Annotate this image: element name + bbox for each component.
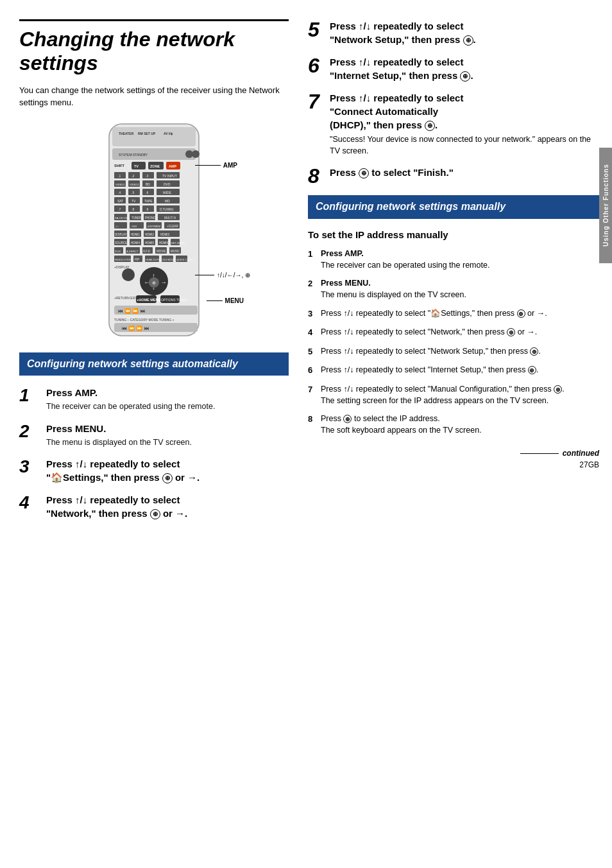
manual-step-content-2: Press MENU. The menu is displayed on the… [321, 277, 599, 300]
step-content-4: Press ↑/↓ repeatedly to select "Network,… [46, 493, 289, 520]
remote-svg: THEATER RM SET UP AV I/ψ SYSTEM STANDBY … [90, 121, 218, 339]
svg-text:AMP: AMP [169, 164, 177, 168]
svg-text:HDMI3: HDMI3 [160, 233, 169, 236]
step-desc-2: The menu is displayed on the TV screen. [46, 437, 289, 448]
svg-text:GUI MODE: GUI MODE [162, 258, 176, 261]
side-label: Using Other Functions [599, 148, 612, 263]
svg-text:NET-WORK: NET-WORK [171, 241, 185, 245]
svg-text:.7: .7 [118, 207, 121, 211]
manual-step-content-1: Press AMP. The receiver can be operated … [321, 248, 599, 271]
svg-text:+HOME MENU⊕: +HOME MENU⊕ [137, 298, 164, 302]
manual-section-header: Configuring network settings manually [308, 195, 599, 219]
page-title: Changing the network settings [19, 19, 289, 75]
manual-step-7: 7 Press ↑/↓ repeatedly to select "Manual… [308, 383, 599, 406]
svg-text:2CH/: 2CH/ [115, 250, 121, 253]
right-step-content-5: Press ↑/↓ repeatedly to select "Network … [330, 19, 599, 46]
manual-step-desc-7: The setting screen for the IP address ap… [321, 396, 548, 405]
svg-text:TUNER: TUNER [132, 216, 142, 220]
svg-text:.8: .8 [132, 207, 134, 211]
svg-text:-.0/10: -.0/10 [130, 225, 137, 228]
svg-text:.9: .9 [146, 207, 148, 211]
step-title-1: Press AMP. [46, 386, 289, 399]
svg-text:TV: TV [134, 164, 139, 168]
right-step-title-5: Press ↑/↓ repeatedly to select "Network … [330, 19, 599, 46]
svg-text:QUICK CLICK: QUICK CLICK [176, 258, 193, 261]
svg-text:MOVIE: MOVIE [157, 250, 166, 253]
svg-point-8 [192, 150, 200, 158]
right-step-title-8: Press ⊕ to select "Finish." [330, 166, 599, 179]
svg-text:.1: .1 [118, 174, 121, 178]
right-step-title-6: Press ↑/↓ repeatedly to select "Internet… [330, 55, 599, 82]
svg-text:A.F.D: A.F.D [143, 250, 151, 253]
manual-step-content-8: Press ⊕ to select the IP address. The so… [321, 413, 599, 436]
menu-label-container: MENU [207, 297, 244, 304]
svg-text:WIDE: WIDE [163, 191, 172, 195]
svg-text:⏮ ⏪ ⏩ ⏭: ⏮ ⏪ ⏩ ⏭ [122, 325, 149, 331]
manual-step-3: 3 Press ↑/↓ repeatedly to select "🏠Setti… [308, 308, 599, 320]
auto-right-step-6: 6 Press ↑/↓ repeatedly to select "Intern… [308, 55, 599, 82]
right-step-desc-7: "Success! Your device is now connected t… [330, 134, 599, 157]
svg-text:.4: .4 [118, 191, 121, 195]
svg-text:⏮ ⏪ ⏩ ⏭: ⏮ ⏪ ⏩ ⏭ [118, 308, 146, 314]
manual-step-6: 6 Press ↑/↓ repeatedly to select "Intern… [308, 364, 599, 377]
manual-step-1: 1 Press AMP. The receiver can be operate… [308, 248, 599, 271]
svg-text:VIDEO1: VIDEO1 [115, 183, 125, 186]
right-step-number-8: 8 [308, 166, 326, 186]
svg-text:BD: BD [146, 182, 150, 186]
manual-step-num-2: 2 [308, 277, 321, 290]
arrows-label: ↑/↓/←/→, ⊕ [217, 272, 250, 279]
manual-step-num-1: 1 [308, 248, 321, 261]
svg-point-111 [122, 268, 135, 281]
svg-text:PHONO: PHONO [145, 216, 156, 220]
manual-step-num-3: 3 [308, 308, 321, 320]
manual-step-desc-1: The receiver can be operated using the r… [321, 261, 489, 270]
continued-text: continued [563, 449, 599, 458]
manual-step-5: 5 Press ↑/↓ repeatedly to select "Networ… [308, 345, 599, 358]
svg-text:.5: .5 [132, 191, 134, 195]
svg-text:TAPE: TAPE [144, 199, 153, 203]
step-number-1: 1 [19, 386, 42, 406]
remote-illustration: THEATER RM SET UP AV I/ψ SYSTEM STANDBY … [90, 121, 218, 341]
auto-step-4: 4 Press ↑/↓ repeatedly to select "Networ… [19, 493, 289, 520]
svg-text:+RETURN EXIT: +RETURN EXIT [114, 296, 137, 300]
svg-text:HDMI4: HDMI4 [131, 241, 140, 245]
right-step-number-5: 5 [308, 19, 326, 40]
svg-text:+ENT/MEM: +ENT/MEM [147, 225, 160, 228]
manual-steps-list: 1 Press AMP. The receiver can be operate… [308, 248, 599, 436]
manual-step-content-4: Press ↑/↓ repeatedly to select "Network,… [321, 326, 599, 338]
svg-text:SHIFT: SHIFT [114, 164, 125, 168]
amp-label-container: AMP [195, 162, 237, 169]
manual-step-num-7: 7 [308, 383, 321, 396]
svg-text:OPTIONS TOOLS: OPTIONS TOOLS [161, 298, 187, 302]
manual-step-desc-8: The soft keyboard appears on the TV scre… [321, 426, 482, 435]
svg-text:SOURCE: SOURCE [115, 241, 127, 245]
svg-text:.6: .6 [146, 191, 148, 195]
right-step-number-7: 7 [308, 91, 326, 112]
manual-step-num-6: 6 [308, 364, 321, 377]
auto-right-step-5: 5 Press ↑/↓ repeatedly to select "Networ… [308, 19, 599, 46]
svg-text:.3: .3 [146, 174, 148, 178]
manual-step-content-7: Press ↑/↓ repeatedly to select "Manual C… [321, 383, 599, 406]
left-column: Changing the network settings You can ch… [19, 19, 302, 849]
page-number: 27GB [308, 460, 599, 469]
right-column: 5 Press ↑/↓ repeatedly to select "Networ… [302, 19, 599, 849]
auto-step-1: 1 Press AMP. The receiver can be operate… [19, 386, 289, 412]
auto-right-step-7: 7 Press ↑/↓ repeatedly to select "Connec… [308, 91, 599, 157]
step-title-3: Press ↑/↓ repeatedly to select "🏠Setting… [46, 457, 289, 484]
svg-text:SYSTEM STANDBY: SYSTEM STANDBY [119, 153, 148, 157]
svg-text:RESOLUTION: RESOLUTION [115, 258, 132, 261]
svg-rect-1 [112, 127, 196, 146]
right-step-content-6: Press ↑/↓ repeatedly to select "Internet… [330, 55, 599, 82]
manual-step-8: 8 Press ⊕ to select the IP address. The … [308, 413, 599, 436]
step-content-1: Press AMP. The receiver can be operated … [46, 386, 289, 412]
amp-label: AMP [223, 162, 237, 169]
auto-right-steps-list: 5 Press ↑/↓ repeatedly to select "Networ… [308, 19, 599, 186]
manual-step-content-5: Press ↑/↓ repeatedly to select "Network … [321, 345, 599, 357]
svg-text:AV I/ψ: AV I/ψ [164, 132, 173, 135]
svg-text:ZONE: ZONE [150, 164, 160, 168]
step-content-2: Press MENU. The menu is displayed on the… [46, 422, 289, 448]
right-step-number-6: 6 [308, 55, 326, 76]
svg-text:SA-CN CD: SA-CN CD [115, 216, 127, 220]
manual-step-num-8: 8 [308, 413, 321, 426]
auto-right-step-8: 8 Press ⊕ to select "Finish." [308, 166, 599, 186]
